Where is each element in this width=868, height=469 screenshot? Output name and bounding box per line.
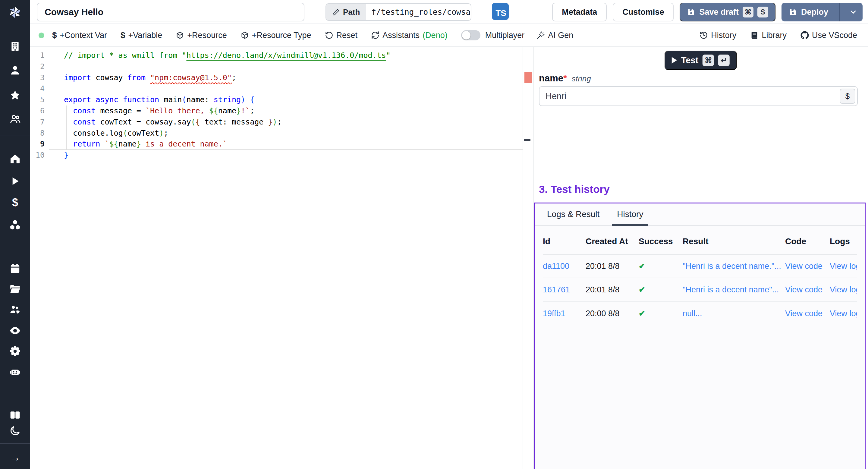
refresh-icon	[371, 31, 379, 39]
history-label: History	[711, 31, 736, 40]
view-code-link[interactable]: View code	[785, 262, 830, 271]
code-line[interactable]: 3import cowsay from "npm:cowsay@1.5.0";	[30, 72, 523, 84]
customise-button[interactable]: Customise	[613, 3, 674, 22]
arrow-right-icon[interactable]: →	[8, 450, 22, 464]
code-line[interactable]: 9 return `${name} is a decent name.`	[30, 139, 523, 150]
status-dot	[38, 33, 44, 38]
view-logs-link[interactable]: View logs	[830, 309, 857, 318]
preview-panel: Test ⌘ ↵ name* string $ 3. Test history …	[533, 47, 868, 469]
view-code-link[interactable]: View code	[785, 309, 830, 318]
line-number: 1	[30, 50, 49, 61]
argument-label: name* string	[539, 73, 591, 84]
col-created-at: Created At	[586, 237, 639, 246]
code-line[interactable]: 2	[30, 61, 523, 72]
deploy-button[interactable]: Deploy	[781, 3, 835, 22]
result-link[interactable]: "Henri is a decent name"...	[683, 285, 785, 294]
deploy-dropdown-button[interactable]	[844, 3, 863, 22]
use-vscode-button[interactable]: Use VScode	[801, 31, 857, 40]
code-line[interactable]: 5export async function main(name: string…	[30, 94, 523, 105]
book-icon	[750, 31, 758, 39]
play-icon[interactable]	[8, 175, 22, 188]
tab-logs-result[interactable]: Logs & Result	[542, 204, 604, 225]
user-icon[interactable]	[8, 64, 22, 77]
path-group[interactable]: Path f/testing_roles/cowsa	[326, 3, 471, 21]
ai-gen-button[interactable]: AI Gen	[536, 31, 573, 40]
run-id-link[interactable]: 161761	[543, 285, 586, 294]
tab-history[interactable]: History	[612, 204, 648, 225]
folder-icon[interactable]	[8, 282, 22, 296]
line-number: 6	[30, 105, 49, 117]
home-icon[interactable]	[8, 152, 22, 165]
gear-icon[interactable]	[8, 345, 22, 358]
arg-type: string	[572, 74, 591, 84]
s-key-badge: S	[757, 7, 768, 18]
code-line[interactable]: 6 const message = `Hello there, ${name}!…	[30, 105, 523, 117]
result-link[interactable]: "Henri is a decent name."...	[683, 262, 785, 271]
code-line[interactable]: 4	[30, 83, 523, 94]
name-arg-input[interactable]	[539, 86, 858, 106]
dollar-icon[interactable]: $	[8, 196, 22, 209]
test-history-panel: Logs & Result History Id Created At Succ…	[534, 202, 866, 469]
metadata-button[interactable]: Metadata	[552, 3, 607, 22]
result-link[interactable]: null...	[683, 309, 785, 318]
code-line[interactable]: 7 const cowText = cowsay.say({ text: mes…	[30, 117, 523, 128]
package-icon	[176, 31, 184, 39]
line-number: 3	[30, 72, 49, 84]
boxes-icon[interactable]	[8, 218, 22, 231]
multiplayer-toggle[interactable]	[461, 30, 480, 40]
reset-button[interactable]: Reset	[325, 31, 358, 40]
moon-icon[interactable]	[8, 424, 22, 437]
add-context-var-button[interactable]: $ +Context Var	[52, 30, 107, 40]
reset-label: Reset	[336, 31, 358, 40]
code-line[interactable]: 10}	[30, 150, 523, 161]
line-number: 5	[30, 94, 49, 105]
history-button[interactable]: History	[700, 31, 736, 40]
add-resource-type-button[interactable]: +Resource Type	[241, 31, 311, 40]
windmill-logo[interactable]	[0, 0, 30, 25]
script-name-input[interactable]	[37, 3, 304, 22]
code-editor[interactable]: 1// import * as wmill from "https://deno…	[30, 47, 533, 469]
path-button[interactable]: Path	[326, 4, 366, 20]
history-icon	[700, 31, 708, 39]
add-variable-button[interactable]: $ +Variable	[121, 30, 162, 40]
star-icon[interactable]	[8, 89, 22, 102]
col-code: Code	[785, 237, 830, 246]
view-logs-link[interactable]: View logs	[830, 262, 857, 271]
github-icon	[801, 31, 809, 39]
created-at: 20:01 8/8	[586, 262, 639, 271]
library-button[interactable]: Library	[750, 31, 786, 40]
created-at: 20:00 8/8	[586, 309, 639, 318]
calendar-icon[interactable]	[8, 262, 22, 275]
assistants-lang: (Deno)	[423, 31, 447, 40]
dollar-icon: $	[121, 30, 125, 40]
run-id-link[interactable]: 19ffb1	[543, 309, 586, 318]
run-id-link[interactable]: da1100	[543, 262, 586, 271]
history-table: Id Created At Success Result Code Logs d…	[543, 237, 857, 325]
code-line[interactable]: 1// import * as wmill from "https://deno…	[30, 50, 523, 61]
view-logs-link[interactable]: View logs	[830, 285, 857, 294]
code-line[interactable]: 8 console.log(cowText);	[30, 128, 523, 139]
variable-picker-button[interactable]: $	[840, 89, 855, 104]
line-number: 10	[30, 150, 49, 161]
robot-icon[interactable]	[8, 365, 22, 379]
add-resource-type-label: +Resource Type	[252, 31, 311, 40]
dollar-icon: $	[52, 30, 57, 40]
test-button[interactable]: Test ⌘ ↵	[664, 51, 737, 70]
book-icon[interactable]	[8, 408, 22, 422]
overview-ruler[interactable]	[523, 47, 533, 469]
view-code-link[interactable]: View code	[785, 285, 830, 294]
users-icon[interactable]	[8, 113, 22, 126]
eye-icon[interactable]	[8, 324, 22, 337]
users-gear-icon[interactable]	[8, 303, 22, 316]
save-draft-button[interactable]: Save draft ⌘ S	[680, 3, 775, 22]
code-lines[interactable]: 1// import * as wmill from "https://deno…	[30, 47, 523, 469]
assistants-button[interactable]: Assistants (Deno)	[371, 31, 447, 40]
building-icon[interactable]	[8, 40, 22, 53]
col-logs: Logs	[830, 237, 857, 246]
path-value[interactable]: f/testing_roles/cowsa	[366, 4, 471, 20]
history-row: 16176120:01 8/8✔"Henri is a decent name"…	[543, 278, 857, 302]
test-history-title: 3. Test history	[539, 183, 610, 195]
typescript-badge: TS	[492, 3, 509, 20]
add-resource-button[interactable]: +Resource	[176, 31, 227, 40]
col-id: Id	[543, 237, 586, 246]
